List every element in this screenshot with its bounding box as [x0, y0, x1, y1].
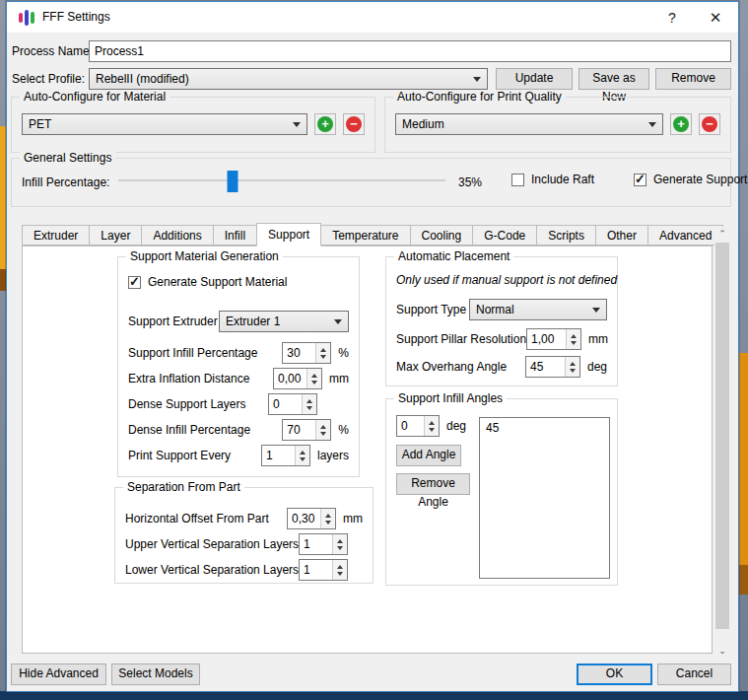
settings-scrollbar[interactable]: ⌃ ⌄ — [714, 227, 730, 659]
general-settings-title: General Settings — [20, 151, 115, 165]
spinner-arrows[interactable] — [320, 509, 335, 528]
checkbox-box[interactable] — [128, 276, 141, 289]
infill-angle-spinner[interactable]: 0 — [396, 415, 440, 437]
support-infill-angles-group: Support Infill Angles 0 deg Add Angle Re… — [385, 398, 618, 586]
support-infill-percentage-spinner[interactable]: 30 — [282, 342, 331, 364]
dense-support-layers-label: Dense Support Layers — [128, 397, 245, 411]
unit-label: mm — [329, 372, 349, 385]
tab-other[interactable]: Other — [595, 225, 648, 245]
unit-label: deg — [587, 360, 607, 374]
material-selected-value: PET — [29, 117, 51, 131]
tab-extruder[interactable]: Extruder — [22, 225, 90, 245]
separation-from-part-group: Separation From Part Horizontal Offset F… — [114, 487, 374, 584]
profile-selected-value: RebelII (modified) — [96, 72, 189, 86]
hide-advanced-button[interactable]: Hide Advanced — [11, 664, 106, 685]
remove-angle-button[interactable]: Remove Angle — [396, 473, 470, 495]
title-bar[interactable]: FFF Settings ? ✕ — [7, 2, 738, 33]
select-profile-label: Select Profile: — [12, 72, 85, 86]
support-infill-angles-title: Support Infill Angles — [394, 391, 507, 405]
include-raft-checkbox[interactable]: Include Raft — [511, 173, 594, 186]
scroll-down-arrow-icon[interactable]: ⌄ — [714, 644, 730, 659]
tab-additions[interactable]: Additions — [141, 225, 213, 245]
support-material-generation-title: Support Material Generation — [126, 249, 283, 263]
tab-infill[interactable]: Infill — [213, 225, 257, 245]
max-overhang-angle-spinner[interactable]: 45 — [525, 356, 580, 378]
minus-icon: − — [702, 116, 717, 132]
slider-thumb[interactable] — [228, 171, 238, 192]
checkbox-box[interactable] — [634, 174, 646, 186]
auto-configure-quality-group: Auto-Configure for Print Quality Medium … — [384, 97, 731, 153]
upper-vertical-separation-label: Upper Vertical Separation Layers — [125, 537, 299, 551]
select-models-button[interactable]: Select Models — [111, 664, 200, 685]
chevron-down-icon — [473, 77, 481, 82]
tab-layer[interactable]: Layer — [89, 225, 142, 245]
spinner-arrows[interactable] — [315, 343, 330, 363]
ok-button[interactable]: OK — [577, 664, 652, 685]
process-name-label: Process Name: — [12, 44, 93, 58]
support-type-label: Support Type — [396, 303, 466, 316]
horizontal-offset-spinner[interactable]: 0,30 — [287, 508, 336, 529]
close-button[interactable]: ✕ — [705, 8, 726, 28]
extra-inflation-distance-spinner[interactable]: 0,00 — [273, 368, 322, 389]
quality-select[interactable]: Medium — [395, 113, 663, 135]
process-name-input[interactable]: Process1 — [89, 40, 731, 62]
tab-support[interactable]: Support — [256, 223, 321, 246]
remove-quality-button[interactable]: − — [699, 113, 720, 135]
angle-list-item[interactable]: 45 — [486, 421, 603, 435]
automatic-placement-title: Automatic Placement — [394, 249, 513, 263]
remove-profile-button[interactable]: Remove — [655, 68, 731, 90]
horizontal-offset-label: Horizontal Offset From Part — [125, 512, 269, 525]
save-as-new-button[interactable]: Save as New — [578, 68, 649, 90]
scroll-up-arrow-icon[interactable]: ⌃ — [714, 227, 730, 242]
upper-vertical-separation-spinner[interactable]: 1 — [299, 533, 348, 555]
generate-support-checkbox[interactable]: Generate Support — [634, 173, 747, 186]
tab-cooling[interactable]: Cooling — [410, 225, 474, 245]
support-pillar-resolution-spinner[interactable]: 1,00 — [526, 328, 581, 350]
auto-configure-quality-title: Auto-Configure for Print Quality — [393, 90, 566, 104]
infill-percentage-slider[interactable] — [118, 171, 445, 192]
remove-material-button[interactable]: − — [343, 113, 365, 135]
spinner-arrows[interactable] — [565, 357, 579, 377]
scrollbar-thumb[interactable] — [715, 243, 729, 629]
spinner-arrows[interactable] — [302, 394, 316, 414]
spinner-arrows[interactable] — [332, 534, 347, 554]
tab-gcode[interactable]: G-Code — [472, 225, 537, 245]
spinner-arrows[interactable] — [332, 560, 347, 580]
dense-infill-percentage-spinner[interactable]: 70 — [282, 419, 331, 441]
add-quality-button[interactable]: + — [670, 113, 692, 135]
material-select[interactable]: PET — [22, 113, 307, 135]
add-angle-button[interactable]: Add Angle — [396, 445, 461, 466]
extra-inflation-distance-label: Extra Inflation Distance — [128, 372, 249, 385]
spinner-arrows[interactable] — [566, 329, 580, 349]
auto-configure-material-group: Auto-Configure for Material PET + − — [11, 97, 375, 153]
generate-support-label: Generate Support — [653, 173, 747, 186]
tab-scripts[interactable]: Scripts — [536, 225, 596, 245]
spinner-arrows[interactable] — [295, 446, 309, 465]
profile-select[interactable]: RebelII (modified) — [89, 68, 488, 90]
tab-temperature[interactable]: Temperature — [320, 225, 410, 245]
include-raft-label: Include Raft — [531, 173, 594, 186]
help-button[interactable]: ? — [661, 8, 683, 28]
support-extruder-select[interactable]: Extruder 1 — [219, 311, 349, 332]
lower-vertical-separation-spinner[interactable]: 1 — [299, 559, 348, 581]
spinner-arrows[interactable] — [424, 416, 439, 436]
update-profile-button[interactable]: Update Profile — [496, 68, 573, 90]
add-material-button[interactable]: + — [314, 113, 336, 135]
support-extruder-label: Support Extruder — [128, 315, 218, 328]
spinner-arrows[interactable] — [306, 369, 321, 388]
infill-angles-listbox[interactable]: 45 — [479, 417, 610, 579]
tab-advanced[interactable]: Advanced — [647, 225, 723, 245]
dense-support-layers-spinner[interactable]: 0 — [268, 393, 317, 415]
window-title: FFF Settings — [42, 10, 110, 24]
spinner-arrows[interactable] — [315, 420, 330, 440]
checkbox-box[interactable] — [511, 174, 524, 186]
general-settings-group: General Settings Infill Percentage: 35% … — [11, 158, 731, 207]
cancel-button[interactable]: Cancel — [657, 664, 731, 685]
support-type-select[interactable]: Normal — [469, 299, 607, 320]
infill-percentage-label: Infill Percentage: — [22, 175, 109, 189]
generate-support-material-checkbox[interactable]: Generate Support Material — [128, 275, 349, 289]
unit-label: mm — [588, 332, 608, 346]
print-support-every-spinner[interactable]: 1 — [261, 445, 310, 466]
slider-track[interactable] — [118, 179, 445, 181]
infill-percentage-value: 35% — [458, 175, 482, 189]
